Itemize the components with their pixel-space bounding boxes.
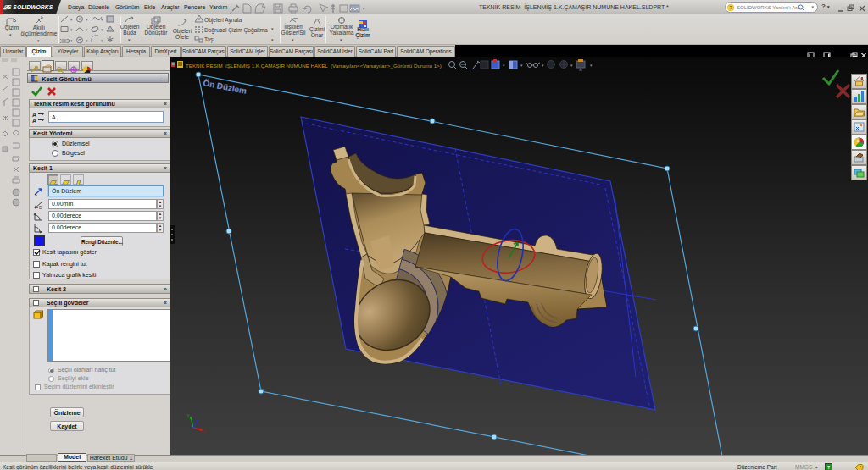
- svg-text:A: A: [32, 112, 36, 118]
- svg-text:▾: ▾: [101, 27, 103, 32]
- svg-text:A: A: [32, 118, 36, 124]
- svg-text:▾: ▾: [70, 27, 73, 32]
- svg-text:▾: ▾: [86, 17, 88, 22]
- svg-text:▾: ▾: [86, 27, 88, 32]
- svg-text:▾: ▾: [86, 38, 88, 43]
- svg-text:▾: ▾: [101, 17, 103, 22]
- svg-text:▾: ▾: [70, 38, 73, 43]
- svg-text:▾: ▾: [363, 6, 365, 11]
- svg-text:TEKNİK RESİM İŞLENMİŞ 1.K.ÇAM: TEKNİK RESİM İŞLENMİŞ 1.K.ÇAMAŞIR NUMUNE…: [186, 63, 442, 69]
- svg-text:▾: ▾: [70, 17, 73, 22]
- svg-text:▾: ▾: [101, 38, 103, 43]
- svg-text:D: D: [39, 205, 42, 210]
